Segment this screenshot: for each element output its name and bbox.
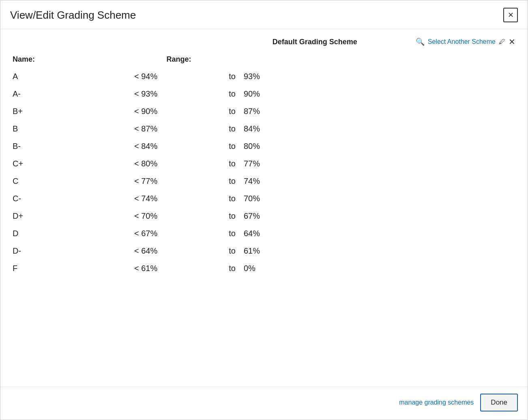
- grade-to-label: to: [207, 72, 240, 81]
- grade-to-label: to: [207, 89, 240, 99]
- scheme-actions: 🔍 Select Another Scheme 🖊 ✕: [416, 37, 515, 46]
- grade-lower-bound: 77%: [240, 159, 280, 168]
- grade-name: A-: [13, 89, 118, 99]
- search-icon: 🔍: [416, 37, 425, 46]
- grade-to-label: to: [207, 211, 240, 221]
- manage-grading-schemes-link[interactable]: manage grading schemes: [399, 399, 474, 406]
- grade-to-label: to: [207, 229, 240, 238]
- pencil-icon[interactable]: 🖊: [499, 38, 505, 45]
- grade-to-label: to: [207, 246, 240, 256]
- grade-name: B-: [13, 142, 118, 151]
- range-column-header: Range:: [118, 55, 240, 64]
- modal-header: View/Edit Grading Scheme ✕: [0, 0, 528, 29]
- grade-upper-bound: < 70%: [118, 211, 207, 221]
- grade-upper-bound: < 77%: [118, 177, 207, 186]
- grade-lower-bound: 80%: [240, 142, 280, 151]
- modal-title: View/Edit Grading Scheme: [10, 9, 136, 22]
- grade-to-label: to: [207, 124, 240, 134]
- grade-lower-bound: 84%: [240, 124, 280, 134]
- grade-lower-bound: 0%: [240, 264, 280, 273]
- grade-name: D: [13, 229, 118, 238]
- grade-upper-bound: < 90%: [118, 107, 207, 116]
- grade-upper-bound: < 61%: [118, 264, 207, 273]
- grade-to-label: to: [207, 142, 240, 151]
- grade-to-label: to: [207, 177, 240, 186]
- table-row: B+ < 90% to 87%: [13, 103, 515, 120]
- grade-upper-bound: < 67%: [118, 229, 207, 238]
- grade-upper-bound: < 87%: [118, 124, 207, 134]
- grade-upper-bound: < 64%: [118, 246, 207, 256]
- modal-footer: manage grading schemes Done: [0, 387, 528, 420]
- grade-name: B+: [13, 107, 118, 116]
- grade-to-label: to: [207, 107, 240, 116]
- grade-upper-bound: < 93%: [118, 89, 207, 99]
- close-button[interactable]: ✕: [503, 8, 518, 22]
- grade-to-label: to: [207, 264, 240, 273]
- table-row: C+ < 80% to 77%: [13, 155, 515, 172]
- table-row: F < 61% to 0%: [13, 260, 515, 277]
- modal-container: View/Edit Grading Scheme ✕ Default Gradi…: [0, 0, 528, 420]
- table-row: A- < 93% to 90%: [13, 85, 515, 103]
- name-column-header: Name:: [13, 55, 118, 64]
- table-row: B < 87% to 84%: [13, 120, 515, 138]
- grade-to-label: to: [207, 194, 240, 203]
- table-row: C < 77% to 74%: [13, 172, 515, 190]
- grade-upper-bound: < 94%: [118, 72, 207, 81]
- grade-upper-bound: < 84%: [118, 142, 207, 151]
- table-row: B- < 84% to 80%: [13, 138, 515, 155]
- grade-lower-bound: 64%: [240, 229, 280, 238]
- column-headers: Name: Range:: [13, 53, 515, 68]
- grade-name: A: [13, 72, 118, 81]
- grade-name: D+: [13, 211, 118, 221]
- done-button[interactable]: Done: [480, 394, 518, 411]
- table-row: D+ < 70% to 67%: [13, 207, 515, 225]
- table-row: C- < 74% to 70%: [13, 190, 515, 207]
- grade-lower-bound: 93%: [240, 72, 280, 81]
- table-row: D < 67% to 64%: [13, 225, 515, 242]
- grade-lower-bound: 70%: [240, 194, 280, 203]
- grade-lower-bound: 67%: [240, 211, 280, 221]
- grade-lower-bound: 61%: [240, 246, 280, 256]
- grade-name: D-: [13, 246, 118, 256]
- grade-upper-bound: < 74%: [118, 194, 207, 203]
- scheme-name: Default Grading Scheme: [214, 38, 416, 46]
- grade-upper-bound: < 80%: [118, 159, 207, 168]
- grade-name: C: [13, 177, 118, 186]
- grade-name: C-: [13, 194, 118, 203]
- grade-name: F: [13, 264, 118, 273]
- select-another-link[interactable]: Select Another Scheme: [428, 38, 496, 45]
- table-row: A < 94% to 93%: [13, 68, 515, 85]
- grade-name: C+: [13, 159, 118, 168]
- grade-name: B: [13, 124, 118, 134]
- grade-lower-bound: 74%: [240, 177, 280, 186]
- grade-lower-bound: 90%: [240, 89, 280, 99]
- modal-body: Default Grading Scheme 🔍 Select Another …: [0, 29, 528, 387]
- table-row: D- < 64% to 61%: [13, 242, 515, 260]
- grade-lower-bound: 87%: [240, 107, 280, 116]
- grades-table: A < 94% to 93% A- < 93% to 90% B+ < 90% …: [13, 68, 515, 379]
- grade-to-label: to: [207, 159, 240, 168]
- scheme-close-icon[interactable]: ✕: [509, 38, 515, 46]
- scheme-header: Default Grading Scheme 🔍 Select Another …: [13, 37, 515, 46]
